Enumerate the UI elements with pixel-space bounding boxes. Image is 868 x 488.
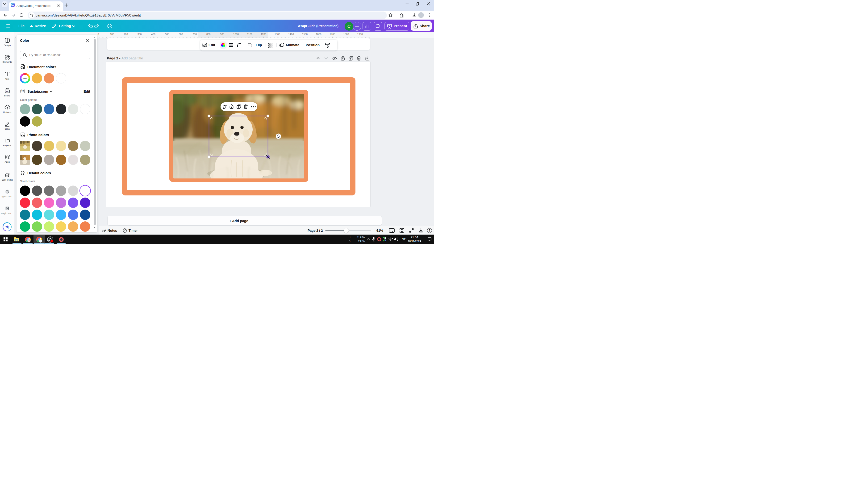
svg-text:co: co: [6, 90, 8, 92]
